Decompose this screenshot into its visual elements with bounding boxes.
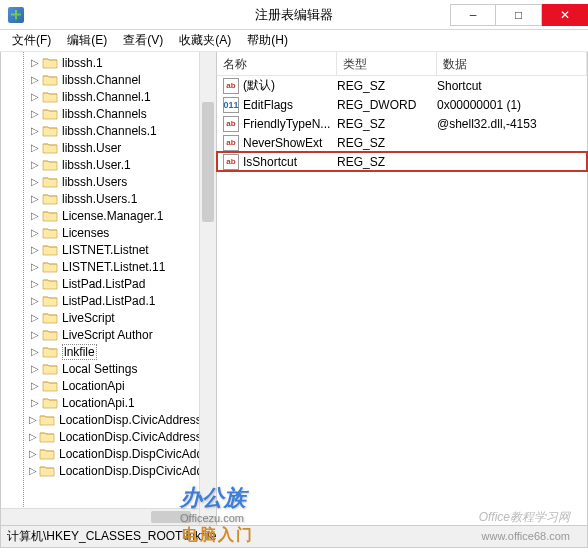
- expand-icon[interactable]: ▷: [29, 108, 40, 119]
- tree-item[interactable]: ▷libssh.1: [1, 54, 216, 71]
- menu-help[interactable]: 帮助(H): [239, 32, 296, 49]
- scrollbar-thumb[interactable]: [151, 511, 191, 523]
- folder-icon: [42, 124, 58, 137]
- maximize-button[interactable]: □: [496, 4, 542, 26]
- minimize-button[interactable]: –: [450, 4, 496, 26]
- tree-item[interactable]: ▷lnkfile: [1, 343, 216, 360]
- app-icon: [8, 7, 24, 23]
- expand-icon[interactable]: ▷: [29, 142, 40, 153]
- tree-item-label: LocationDisp.DispCivicAddressReport: [59, 447, 217, 461]
- tree-item[interactable]: ▷Local Settings: [1, 360, 216, 377]
- col-name[interactable]: 名称: [217, 52, 337, 75]
- menu-edit[interactable]: 编辑(E): [59, 32, 115, 49]
- tree-scrollbar-vertical[interactable]: [199, 52, 216, 525]
- tree-item-label: libssh.Users: [62, 175, 127, 189]
- tree-item[interactable]: ▷libssh.Channel.1: [1, 88, 216, 105]
- value-data: Shortcut: [437, 79, 587, 93]
- value-type: REG_SZ: [337, 136, 437, 150]
- tree-item[interactable]: ▷libssh.Users: [1, 173, 216, 190]
- folder-icon: [42, 192, 58, 205]
- tree-item[interactable]: ▷LocationApi: [1, 377, 216, 394]
- tree-item[interactable]: ▷LocationDisp.DispCivicAddressReport: [1, 445, 216, 462]
- expand-icon[interactable]: ▷: [29, 159, 40, 170]
- tree-item[interactable]: ▷ListPad.ListPad: [1, 275, 216, 292]
- titlebar: 注册表编辑器 – □ ✕: [0, 0, 588, 30]
- expand-icon[interactable]: ▷: [29, 261, 40, 272]
- value-name: FriendlyTypeN...: [243, 117, 337, 131]
- menu-view[interactable]: 查看(V): [115, 32, 171, 49]
- scrollbar-thumb[interactable]: [202, 102, 214, 222]
- close-button[interactable]: ✕: [542, 4, 588, 26]
- tree-item-label: LocationApi: [62, 379, 125, 393]
- value-row[interactable]: abFriendlyTypeN...REG_SZ@shell32.dll,-41…: [217, 114, 587, 133]
- tree-item-label: libssh.User.1: [62, 158, 131, 172]
- main-split: ▷libssh.1▷libssh.Channel▷libssh.Channel.…: [0, 52, 588, 526]
- folder-icon: [42, 175, 58, 188]
- value-data: 0x00000001 (1): [437, 98, 587, 112]
- menu-favorites[interactable]: 收藏夹(A): [171, 32, 239, 49]
- expand-icon[interactable]: ▷: [29, 431, 37, 442]
- tree-item[interactable]: ▷LocationDisp.DispCivicAddressReport.1: [1, 462, 216, 479]
- folder-icon: [39, 464, 55, 477]
- expand-icon[interactable]: ▷: [29, 363, 40, 374]
- expand-icon[interactable]: ▷: [29, 414, 37, 425]
- tree-item-label: ListPad.ListPad.1: [62, 294, 155, 308]
- value-row[interactable]: ab(默认)REG_SZShortcut: [217, 76, 587, 95]
- tree-list: ▷libssh.1▷libssh.Channel▷libssh.Channel.…: [1, 52, 216, 479]
- tree-item[interactable]: ▷LISTNET.Listnet: [1, 241, 216, 258]
- folder-icon: [42, 362, 58, 375]
- col-data[interactable]: 数据: [437, 52, 587, 75]
- expand-icon[interactable]: ▷: [29, 448, 37, 459]
- tree-item[interactable]: ▷LISTNET.Listnet.11: [1, 258, 216, 275]
- tree-item[interactable]: ▷LiveScript Author: [1, 326, 216, 343]
- value-type: REG_SZ: [337, 79, 437, 93]
- expand-icon[interactable]: ▷: [29, 193, 40, 204]
- expand-icon[interactable]: ▷: [29, 465, 37, 476]
- tree-item[interactable]: ▷Licenses: [1, 224, 216, 241]
- expand-icon[interactable]: ▷: [29, 74, 40, 85]
- value-name: IsShortcut: [243, 155, 337, 169]
- tree-item[interactable]: ▷libssh.Users.1: [1, 190, 216, 207]
- folder-icon: [42, 56, 58, 69]
- value-row[interactable]: abNeverShowExtREG_SZ: [217, 133, 587, 152]
- expand-icon[interactable]: ▷: [29, 346, 40, 357]
- tree-scrollbar-horizontal[interactable]: [1, 508, 199, 525]
- expand-icon[interactable]: ▷: [29, 210, 40, 221]
- menu-file[interactable]: 文件(F): [4, 32, 59, 49]
- tree-guide-line: [23, 52, 24, 525]
- folder-icon: [42, 277, 58, 290]
- value-type: REG_SZ: [337, 117, 437, 131]
- tree-item[interactable]: ▷libssh.User.1: [1, 156, 216, 173]
- expand-icon[interactable]: ▷: [29, 91, 40, 102]
- value-row[interactable]: abIsShortcutREG_SZ: [217, 152, 587, 171]
- tree-item[interactable]: ▷LocationDisp.CivicAddressReportFactory: [1, 411, 216, 428]
- tree-item[interactable]: ▷LocationDisp.CivicAddressReportFactory.…: [1, 428, 216, 445]
- expand-icon[interactable]: ▷: [29, 380, 40, 391]
- expand-icon[interactable]: ▷: [29, 295, 40, 306]
- folder-icon: [39, 413, 55, 426]
- tree-item[interactable]: ▷libssh.Channels.1: [1, 122, 216, 139]
- tree-item[interactable]: ▷libssh.Channels: [1, 105, 216, 122]
- expand-icon[interactable]: ▷: [29, 125, 40, 136]
- tree-item-label: Licenses: [62, 226, 109, 240]
- expand-icon[interactable]: ▷: [29, 312, 40, 323]
- tree-item[interactable]: ▷libssh.Channel: [1, 71, 216, 88]
- expand-icon[interactable]: ▷: [29, 244, 40, 255]
- tree-item[interactable]: ▷LocationApi.1: [1, 394, 216, 411]
- expand-icon[interactable]: ▷: [29, 227, 40, 238]
- expand-icon[interactable]: ▷: [29, 397, 40, 408]
- tree-item[interactable]: ▷License.Manager.1: [1, 207, 216, 224]
- expand-icon[interactable]: ▷: [29, 278, 40, 289]
- folder-icon: [42, 260, 58, 273]
- tree-item[interactable]: ▷LiveScript: [1, 309, 216, 326]
- col-type[interactable]: 类型: [337, 52, 437, 75]
- tree-item-label: LocationDisp.CivicAddressReportFactory.1: [59, 430, 217, 444]
- expand-icon[interactable]: ▷: [29, 57, 40, 68]
- tree-item-label: ListPad.ListPad: [62, 277, 145, 291]
- expand-icon[interactable]: ▷: [29, 176, 40, 187]
- tree-item[interactable]: ▷libssh.User: [1, 139, 216, 156]
- tree-item[interactable]: ▷ListPad.ListPad.1: [1, 292, 216, 309]
- value-row[interactable]: 011EditFlagsREG_DWORD0x00000001 (1): [217, 95, 587, 114]
- expand-icon[interactable]: ▷: [29, 329, 40, 340]
- folder-icon: [42, 90, 58, 103]
